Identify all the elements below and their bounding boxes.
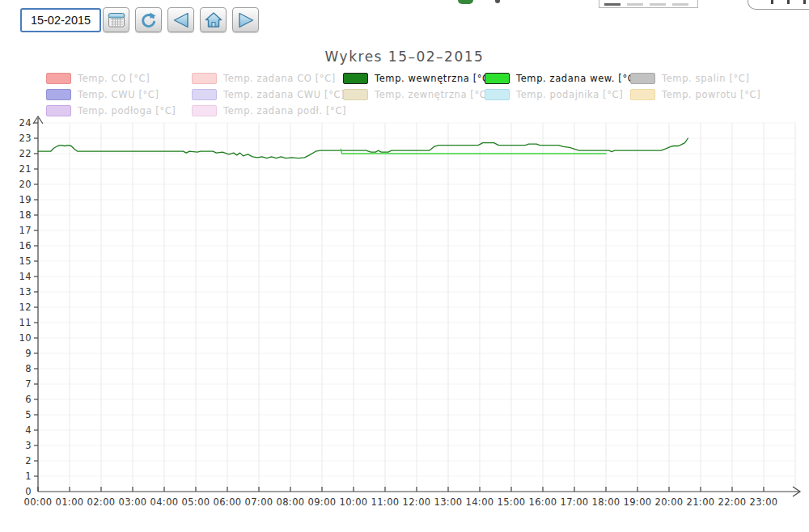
y-tick-label: 1: [25, 471, 32, 482]
y-tick-label: 17: [19, 225, 32, 236]
x-tick-label: 20:00: [654, 496, 683, 508]
y-tick-label: 3: [25, 440, 32, 451]
y-tick-label: 10: [19, 332, 32, 344]
y-tick-label: 5: [25, 409, 32, 420]
x-tick-label: 17:00: [560, 496, 588, 508]
y-tick-label: 16: [19, 240, 32, 251]
x-tick-label: 12:00: [402, 496, 430, 508]
y-tick-label: 9: [25, 348, 32, 359]
x-tick-label: 11:00: [371, 496, 399, 508]
y-tick-label: 22: [19, 148, 32, 159]
app-window: Wykres 15–02–2015 Temp. CO [°C]Temp. zad…: [0, 0, 809, 532]
x-tick-label: 07:00: [244, 496, 273, 508]
y-tick-label: 7: [25, 378, 32, 390]
y-tick-label: 21: [19, 163, 32, 175]
y-tick-label: 2: [25, 455, 32, 467]
x-tick-label: 03:00: [118, 496, 146, 508]
y-tick-label: 18: [19, 209, 32, 221]
x-tick-label: 01:00: [55, 496, 83, 508]
x-tick-label: 16:00: [528, 496, 557, 508]
chart-canvas: 0123456789101112131415161718192021222324…: [0, 0, 809, 532]
y-tick-label: 0: [25, 486, 32, 497]
x-tick-label: 19:00: [623, 496, 651, 508]
y-tick-label: 8: [25, 363, 32, 374]
y-tick-label: 24: [19, 117, 32, 129]
x-tick-label: 22:00: [718, 496, 746, 508]
y-tick-label: 14: [19, 271, 32, 282]
x-tick-label: 05:00: [181, 496, 210, 508]
x-tick-label: 14:00: [465, 496, 493, 508]
x-tick-label: 13:00: [434, 496, 462, 508]
y-tick-label: 13: [19, 286, 32, 298]
x-tick-label: 08:00: [276, 496, 304, 508]
x-tick-label: 10:00: [339, 496, 367, 508]
x-tick-label: 04:00: [150, 496, 178, 508]
y-tick-label: 20: [19, 179, 32, 190]
y-tick-label: 15: [19, 255, 32, 267]
series-line-0: [38, 138, 688, 158]
x-tick-label: 06:00: [213, 496, 241, 508]
x-tick-label: 15:00: [497, 496, 525, 508]
y-tick-label: 12: [19, 302, 32, 313]
x-tick-label: 02:00: [87, 496, 115, 508]
y-tick-label: 23: [19, 133, 32, 144]
x-tick-label: 09:00: [307, 496, 336, 508]
x-tick-label: 00:00: [23, 496, 52, 508]
x-tick-label: 21:00: [686, 496, 714, 508]
y-tick-label: 4: [25, 424, 32, 436]
x-tick-label: 18:00: [591, 496, 620, 508]
x-tick-label: 23:00: [749, 496, 777, 508]
y-tick-label: 11: [19, 317, 32, 328]
y-tick-label: 19: [19, 194, 32, 205]
y-tick-label: 6: [25, 394, 32, 405]
